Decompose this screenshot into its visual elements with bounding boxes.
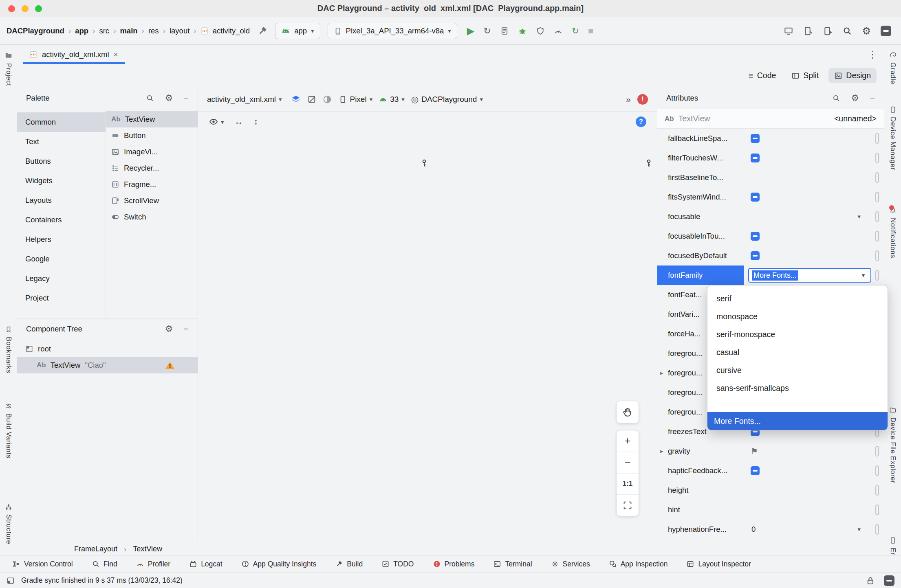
toolwindow-notifications[interactable]: Notifications [884, 207, 901, 258]
code-view-button[interactable]: ≡ Code [742, 68, 782, 83]
toolwindow-button-build[interactable]: Build [335, 560, 363, 568]
font-option-cursive[interactable]: cursive [707, 361, 888, 379]
toolwindow-bookmarks[interactable]: Bookmarks [0, 326, 17, 373]
indeterminate-checkbox[interactable] [751, 251, 760, 260]
toolwindow-button-layout-inspector[interactable]: Layout Inspector [686, 560, 751, 568]
zoom-window-button[interactable] [35, 5, 42, 12]
sdk-manager-icon[interactable] [823, 26, 833, 36]
resource-picker-pill[interactable] [875, 250, 879, 261]
toolwindow-gradle[interactable]: Gradle [884, 50, 901, 84]
attribute-row[interactable]: hint [657, 500, 884, 520]
breadcrumb-item[interactable]: FrameLayout [74, 545, 117, 553]
palette-item-recyclerview[interactable]: Recycler... [106, 160, 198, 176]
attribute-row-fontfamily[interactable]: fontFamily More Fonts... ▾ [657, 265, 884, 285]
horizontal-arrows-icon[interactable]: ↔ [235, 117, 243, 127]
toolwindow-structure[interactable]: Structure [0, 503, 17, 544]
zoom-to-fit-button[interactable] [617, 494, 639, 516]
minimize-panel-icon[interactable]: − [183, 94, 189, 103]
attribute-row[interactable]: filterTouchesW... [657, 148, 884, 168]
palette-category-layouts[interactable]: Layouts [17, 191, 106, 210]
profile-icon[interactable] [536, 26, 545, 35]
font-option-serif[interactable]: serif [707, 290, 888, 307]
resource-picker-pill[interactable] [875, 505, 879, 515]
search-icon[interactable] [146, 94, 154, 102]
toolwindow-button-find[interactable]: Find [92, 560, 117, 568]
device-pairing-icon[interactable] [803, 26, 813, 36]
palette-category-widgets[interactable]: Widgets [17, 171, 106, 191]
attribute-row[interactable]: fitsSystemWind... [657, 187, 884, 207]
indeterminate-checkbox[interactable] [751, 232, 760, 241]
font-option-sans-serif-smallcaps[interactable]: sans-serif-smallcaps [707, 379, 888, 397]
toolwindow-device-manager[interactable]: Device Manager [884, 106, 901, 170]
toolwindow-button-logcat[interactable]: Logcat [189, 560, 222, 568]
font-option-monospace[interactable]: monospace [707, 307, 888, 325]
zoom-reset-button[interactable]: 1:1 [617, 473, 639, 495]
combobox-caret-icon[interactable]: ▾ [856, 269, 870, 282]
api-picker[interactable]: 33 ▾ [379, 95, 405, 104]
palette-category-google[interactable]: Google [17, 249, 106, 269]
more-fonts-option[interactable]: More Fonts... [707, 412, 888, 430]
attribute-row[interactable]: hapticFeedback... [657, 461, 884, 480]
attribute-row-gravity[interactable]: ▸ gravity ⚑ [657, 441, 884, 461]
palette-category-common[interactable]: Common [17, 112, 106, 132]
dropdown-caret-icon[interactable]: ▾ [857, 213, 861, 220]
minimize-panel-icon[interactable]: − [870, 94, 875, 103]
tab-options-icon[interactable]: ⋮ [868, 45, 884, 64]
tree-item-root[interactable]: root [17, 341, 198, 357]
search-icon[interactable] [832, 94, 840, 102]
toolwindow-button-version-control[interactable]: Version Control [12, 560, 73, 568]
expand-icon[interactable]: ▸ [660, 448, 663, 455]
error-badge[interactable]: ! [637, 94, 648, 105]
font-option-casual[interactable]: casual [707, 343, 888, 361]
resource-picker-pill[interactable] [875, 446, 879, 456]
breadcrumb-item[interactable]: main [120, 26, 137, 35]
gear-icon[interactable]: ⚙ [165, 325, 173, 333]
attribute-row[interactable]: focusableInTou... [657, 226, 884, 246]
attribute-row[interactable]: focusable ▾ [657, 207, 884, 226]
font-option-serif-monospace[interactable]: serif-monospace [707, 325, 888, 343]
run-button[interactable]: ▶ [467, 25, 474, 37]
breadcrumb-item[interactable]: res [148, 26, 159, 35]
attribute-row[interactable]: firstBaselineTo... [657, 168, 884, 187]
resource-picker-pill[interactable] [875, 153, 879, 163]
palette-item-switch[interactable]: Switch [106, 209, 198, 225]
coverage-icon[interactable] [500, 26, 509, 35]
search-everywhere-icon[interactable] [842, 26, 852, 36]
palette-item-fragment[interactable]: Fragme... [106, 176, 198, 193]
palette-category-helpers[interactable]: Helpers [17, 230, 106, 249]
toolwindow-toggle-icon[interactable] [7, 577, 15, 585]
attribute-row[interactable]: hyphenationFre... 0 ▾ [657, 520, 884, 539]
breadcrumb-item[interactable]: app [75, 26, 88, 35]
device-select[interactable]: Pixel_3a_API_33_arm64-v8a ▾ [328, 23, 457, 39]
close-window-button[interactable] [8, 5, 15, 12]
attribute-row[interactable]: focusedByDefault [657, 246, 884, 265]
toolwindow-button-profiler[interactable]: Profiler [136, 560, 170, 568]
gear-icon[interactable]: ⚙ [851, 94, 859, 103]
breadcrumb-item[interactable]: src [99, 26, 109, 35]
palette-category-text[interactable]: Text [17, 132, 106, 151]
palette-item-scrollview[interactable]: ScrollView [106, 193, 198, 209]
breadcrumb-item[interactable]: activity_old [213, 26, 250, 35]
notifications-icon[interactable] [884, 575, 894, 586]
attribute-row[interactable]: height [657, 480, 884, 500]
close-tab-icon[interactable]: × [114, 50, 118, 59]
resource-picker-pill[interactable] [875, 524, 879, 535]
palette-category-legacy[interactable]: Legacy [17, 269, 106, 288]
profiler-icon[interactable] [554, 26, 563, 35]
resource-picker-pill[interactable] [875, 172, 879, 183]
debug-button[interactable] [518, 26, 527, 35]
indeterminate-checkbox[interactable] [751, 466, 760, 475]
palette-item-button[interactable]: Button [106, 127, 198, 144]
breadcrumb-item[interactable]: DACPlayground [7, 26, 64, 35]
vertical-arrows-icon[interactable]: ↕ [254, 117, 258, 127]
resource-picker-pill[interactable] [875, 485, 879, 496]
resource-picker-pill[interactable] [875, 270, 879, 281]
split-view-button[interactable]: Split [786, 68, 824, 83]
flag-icon[interactable]: ⚑ [751, 446, 758, 456]
running-devices-icon[interactable] [784, 26, 793, 36]
status-message[interactable]: Gradle sync finished in 9 s 37 ms (13/03… [21, 576, 183, 585]
assistant-icon[interactable] [881, 26, 891, 36]
expand-icon[interactable]: ▸ [660, 369, 663, 377]
view-options-icon[interactable]: ▾ [209, 117, 224, 127]
breadcrumb-item[interactable]: TextView [133, 545, 162, 553]
